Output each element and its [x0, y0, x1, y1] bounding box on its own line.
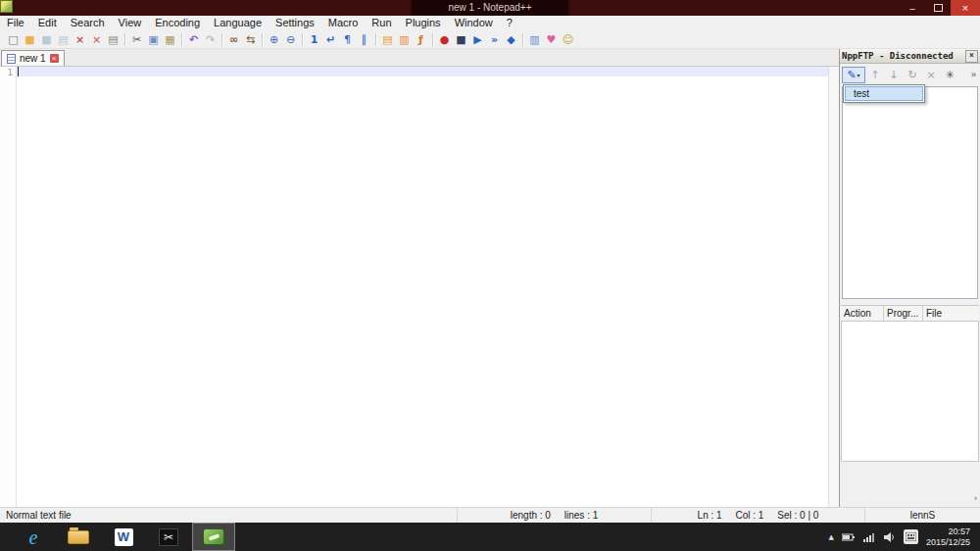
ftp-profile-dropdown: test [843, 84, 925, 103]
close-icon: × [962, 2, 968, 14]
ftp-download-icon[interactable]: ↓ [885, 67, 903, 83]
toolbar-separator [302, 33, 303, 46]
menu-help[interactable]: ? [500, 16, 519, 30]
editor-vertical-scrollbar[interactable] [828, 67, 839, 507]
tab-bar: new 1 × [0, 49, 839, 67]
menu-window[interactable]: Window [448, 16, 500, 30]
zoom-in-icon[interactable]: ⊕ [266, 31, 282, 47]
stop-recording-icon[interactable]: ■ [453, 31, 469, 47]
restore-default-zoom-icon[interactable]: 1 [306, 31, 322, 47]
run-macro-multiple-times-icon[interactable]: » [486, 31, 503, 47]
text-caret [18, 67, 19, 76]
ftp-queue-list[interactable] [841, 322, 979, 462]
save-recorded-macro-icon[interactable]: ◆ [503, 31, 519, 47]
ftp-profile-item-test[interactable]: test [845, 86, 923, 101]
notepad-app-icon [0, 0, 13, 13]
queue-column-file[interactable]: File [923, 306, 979, 321]
undo-icon[interactable]: ↶ [185, 31, 202, 47]
print-icon[interactable]: ▤ [105, 31, 122, 47]
internet-explorer-taskbar-button[interactable]: e [12, 523, 55, 551]
open-folder-icon[interactable]: ■ [22, 31, 38, 47]
tab-document-icon [7, 54, 16, 64]
word-taskbar-button[interactable]: W [102, 523, 145, 551]
nppftp-panel-title: NppFTP - Disconnected [842, 51, 954, 61]
save-all-icon[interactable]: ▤ [55, 31, 72, 47]
save-icon[interactable]: ■ [38, 31, 55, 47]
zoom-out-icon[interactable]: ⊖ [282, 31, 299, 47]
window-title: new 1 - Notepad++ [411, 0, 568, 16]
ftp-settings-gear-icon[interactable]: ✳ [941, 67, 958, 83]
ftp-abort-icon[interactable]: × [922, 67, 940, 83]
nppexport-plugin-icon[interactable]: ☺ [560, 31, 576, 47]
close-all-files-icon[interactable]: × [88, 31, 105, 47]
input-method-icon[interactable] [904, 529, 918, 544]
close-button[interactable]: × [951, 0, 980, 16]
network-signal-icon[interactable] [863, 532, 876, 542]
tab-new-1[interactable]: new 1 × [1, 50, 65, 66]
user-defined-language-icon[interactable]: ▤ [379, 31, 396, 47]
tray-expand-icon[interactable]: ▲ [829, 533, 834, 541]
menu-language[interactable]: Language [207, 16, 269, 30]
nppftp-close-icon[interactable]: × [965, 50, 978, 63]
editor-text-area[interactable] [17, 67, 828, 507]
scroll-right-arrow-icon[interactable]: › [974, 494, 977, 503]
compare-plugin-icon[interactable]: ♥ [543, 31, 560, 47]
playback-macro-icon[interactable]: ▶ [469, 31, 486, 47]
word-icon: W [115, 528, 133, 546]
ftp-connect-button[interactable]: ✎ ▾ [842, 67, 865, 83]
internet-explorer-icon: e [29, 527, 38, 547]
word-wrap-icon[interactable]: ↵ [322, 31, 339, 47]
redo-icon[interactable]: ↷ [202, 31, 219, 47]
tab-close-icon[interactable]: × [50, 54, 59, 63]
record-macro-icon[interactable]: ● [436, 31, 453, 47]
status-cursor-position: Ln : 1 Col : 1 Sel : 0 | 0 [652, 508, 865, 523]
find-icon[interactable]: ∞ [225, 31, 242, 47]
menu-plugins[interactable]: Plugins [399, 16, 448, 30]
taskbar-clock[interactable]: 20:57 2015/12/25 [926, 526, 970, 548]
snipping-tool-taskbar-button[interactable]: ✂ [147, 523, 190, 551]
notepad-plus-plus-icon [203, 528, 224, 545]
menu-edit[interactable]: Edit [31, 16, 64, 30]
show-indent-guide-icon[interactable]: ∥ [356, 31, 372, 47]
paste-icon[interactable]: ▦ [162, 31, 178, 47]
notepad-plus-plus-taskbar-button[interactable] [192, 523, 235, 551]
ftp-refresh-icon[interactable]: ↻ [904, 67, 921, 83]
tab-label: new 1 [20, 53, 46, 64]
menu-macro[interactable]: Macro [321, 16, 366, 30]
toolbar-overflow-icon[interactable]: » [971, 70, 978, 79]
menu-encoding[interactable]: Encoding [148, 16, 207, 30]
clock-date: 2015/12/25 [926, 537, 970, 548]
menu-search[interactable]: Search [64, 16, 112, 30]
menu-run[interactable]: Run [365, 16, 398, 30]
close-file-icon[interactable]: × [72, 31, 88, 47]
function-list-icon[interactable]: ƒ [413, 31, 429, 47]
copy-icon[interactable]: ▣ [145, 31, 162, 47]
status-length-lines: length : 0 lines : 1 [458, 508, 652, 523]
replace-icon[interactable]: ⇆ [242, 31, 259, 47]
nppftp-toolbar: ✎ ▾ ↑ ↓ ↻ × ✳ » [840, 64, 980, 85]
toolbar-separator [124, 33, 125, 46]
queue-column-action[interactable]: Action [841, 306, 884, 321]
menu-bar: File Edit Search View Encoding Language … [0, 16, 980, 30]
file-explorer-taskbar-button[interactable] [57, 523, 100, 551]
battery-icon[interactable] [842, 532, 856, 542]
cut-icon[interactable]: ✂ [128, 31, 145, 47]
ftp-file-tree[interactable] [842, 86, 978, 299]
ftp-upload-icon[interactable]: ↑ [866, 67, 884, 83]
current-line-highlight [17, 67, 828, 76]
volume-icon[interactable] [884, 532, 896, 542]
ftp-queue-header: Action Progr... File [841, 305, 979, 322]
find-result-window-icon[interactable]: ▥ [526, 31, 543, 47]
status-bar: Normal text file length : 0 lines : 1 Ln… [0, 507, 980, 523]
new-file-icon[interactable]: □ [5, 31, 22, 47]
document-map-icon[interactable]: ▥ [396, 31, 413, 47]
minimize-button[interactable]: – [900, 0, 925, 16]
restore-button[interactable] [925, 0, 951, 16]
menu-file[interactable]: File [0, 16, 31, 30]
menu-settings[interactable]: Settings [269, 16, 321, 30]
line-number-gutter[interactable]: 1 [0, 67, 17, 507]
queue-column-progress[interactable]: Progr... [884, 306, 923, 321]
menu-view[interactable]: View [112, 16, 149, 30]
show-all-characters-icon[interactable]: ¶ [339, 31, 356, 47]
toolbar-separator [181, 33, 182, 46]
